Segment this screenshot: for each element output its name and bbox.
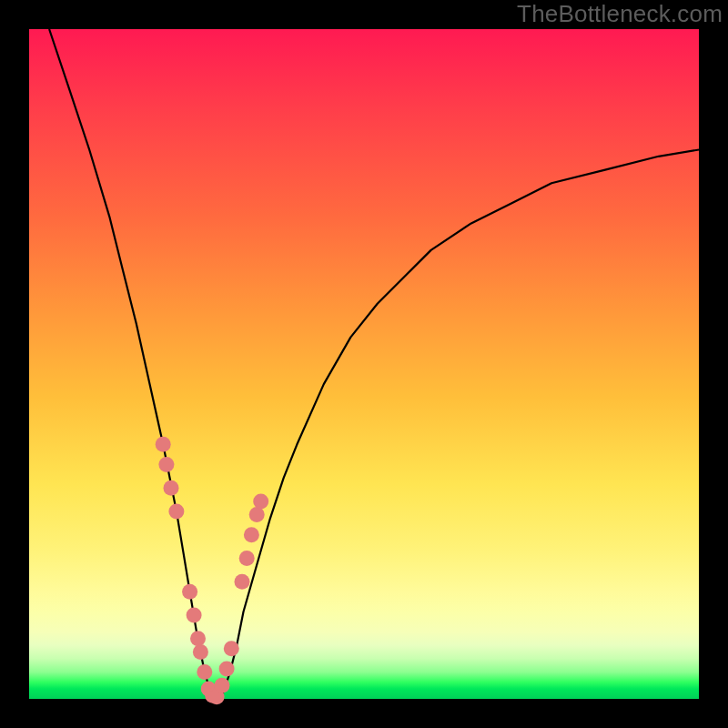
data-dot — [156, 437, 171, 452]
data-dot — [249, 507, 265, 522]
data-dot — [168, 503, 184, 519]
chart-frame: TheBottleneck.com — [0, 0, 728, 728]
data-dot — [219, 661, 235, 676]
data-dot — [182, 584, 197, 600]
data-dot — [253, 493, 268, 509]
data-dot — [158, 457, 174, 472]
data-dot — [187, 608, 202, 623]
data-dot — [235, 574, 250, 590]
curve-layer — [29, 29, 699, 699]
data-dot — [244, 527, 259, 542]
watermark-text: TheBottleneck.com — [517, 0, 723, 28]
data-dot — [190, 631, 206, 646]
plot-area — [29, 29, 699, 699]
data-dot — [193, 644, 208, 660]
data-dot — [164, 480, 179, 496]
data-dot — [197, 664, 212, 680]
bottleneck-curve — [49, 29, 699, 699]
dot-clusters — [156, 437, 269, 705]
data-dot — [215, 678, 230, 693]
data-dot — [239, 551, 255, 566]
bottleneck-curve-path — [49, 29, 699, 699]
data-dot — [224, 641, 239, 656]
